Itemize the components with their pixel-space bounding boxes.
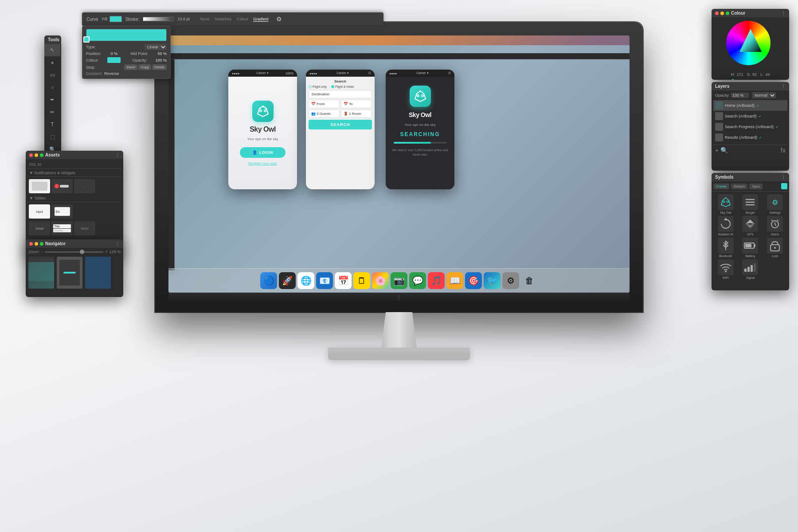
dock-appstore[interactable]: 🎯 xyxy=(465,272,482,289)
destination-field[interactable]: Destination xyxy=(309,90,372,98)
layers-add-btn[interactable]: + xyxy=(715,147,719,154)
maximize-dot[interactable] xyxy=(40,153,43,157)
dock-trash[interactable]: 🗑 xyxy=(521,272,538,289)
symbol-rotation[interactable]: Rotation M xyxy=(714,216,737,236)
symbol-lock[interactable]: Lock xyxy=(763,238,786,258)
symbol-bluetooth[interactable]: Bluetooth xyxy=(714,238,737,258)
layer-search-progress[interactable]: Search Progress (Artboard) ✓ xyxy=(713,121,787,132)
dock-system-prefs[interactable]: ⚙ xyxy=(502,272,519,289)
tool-pen[interactable]: ✒ xyxy=(44,94,60,106)
tool-select[interactable]: ↖ xyxy=(44,44,60,56)
layers-effects-btn[interactable]: fx xyxy=(781,147,786,154)
asset-table-2[interactable]: Ed xyxy=(51,204,73,219)
nav-thumb-1[interactable] xyxy=(28,257,54,289)
tool-rectangle[interactable]: ▭ xyxy=(44,69,60,81)
symbol-burger[interactable]: Burger xyxy=(739,194,762,214)
affinity-canvas[interactable]: ●●●● Carrier ▾ 100% xyxy=(168,45,630,293)
tool-ellipse[interactable]: ○ xyxy=(44,81,60,94)
tool-text[interactable]: T xyxy=(44,118,60,131)
nav-thumb-2[interactable] xyxy=(57,257,82,289)
rooms-field[interactable]: 🚪 1 Room xyxy=(341,110,372,118)
symbol-wifi[interactable]: WiFi xyxy=(714,259,737,279)
symbol-alarm[interactable]: Alarm xyxy=(763,216,786,236)
symbol-signal[interactable]: Signal xyxy=(739,259,762,279)
symbols-sync-btn[interactable]: Sync xyxy=(749,184,763,189)
layer-visible-progress[interactable]: ✓ xyxy=(775,125,778,129)
gradient-insert-btn[interactable]: Insert xyxy=(124,64,137,70)
asset-misc-2[interactable]: Title Subtitle xyxy=(51,221,73,235)
symbols-more-btn[interactable]: ⋮ xyxy=(781,175,786,180)
dock-finder[interactable]: 🔵 xyxy=(260,272,277,289)
symbol-settings[interactable]: ⚙ Settings xyxy=(763,194,786,214)
flight-only-option[interactable]: Flight only xyxy=(309,85,327,88)
asset-item-1[interactable] xyxy=(29,179,50,193)
tab-swatches[interactable]: Swatches xyxy=(212,16,234,22)
colour-wheel[interactable] xyxy=(726,21,771,65)
dock-messages[interactable]: 💬 xyxy=(409,272,426,289)
symbol-skyowl[interactable]: Sky Owl xyxy=(714,194,737,214)
dock-notes[interactable]: 🗒 xyxy=(353,272,370,289)
layer-search[interactable]: Search (Artboard) ✓ xyxy=(713,111,787,121)
colour-close-dot[interactable] xyxy=(715,12,719,15)
nav-thumb-3[interactable] xyxy=(85,257,111,289)
asset-item-3[interactable]: ... xyxy=(74,179,95,193)
zoom-plus-icon[interactable]: + xyxy=(105,250,107,254)
symbols-detach-btn[interactable]: Detach xyxy=(731,184,747,189)
gradient-type-select[interactable]: Linear xyxy=(145,44,167,50)
tool-crop[interactable]: ⬚ xyxy=(44,131,60,143)
asset-misc-3[interactable]: Witho xyxy=(74,221,95,235)
symbol-gps[interactable]: GPS xyxy=(739,216,762,236)
register-link[interactable]: Register new user xyxy=(248,161,277,165)
tab-colour[interactable]: Colour xyxy=(234,16,250,22)
tool-node[interactable]: ◈ xyxy=(44,56,60,69)
layer-visible-results[interactable]: ✓ xyxy=(759,136,762,140)
layer-visible-home[interactable]: ✓ xyxy=(756,104,759,108)
tool-pencil[interactable]: ✏ xyxy=(44,106,60,118)
symbols-create-btn[interactable]: Create xyxy=(713,184,729,189)
layer-results[interactable]: Results (Artboard) ✓ xyxy=(713,132,787,143)
layer-visible-search[interactable]: ✓ xyxy=(759,114,762,118)
from-field[interactable]: 📅 From xyxy=(309,100,340,108)
flight-hotel-radio[interactable] xyxy=(331,85,334,88)
guests-field[interactable]: 👥 3 Guests xyxy=(309,110,340,118)
minimize-dot[interactable] xyxy=(35,153,38,157)
close-dot[interactable] xyxy=(29,153,33,157)
gradient-stop[interactable] xyxy=(83,36,90,43)
asset-table-1[interactable]: Input xyxy=(29,204,50,219)
colour-maximize-dot[interactable] xyxy=(726,12,729,15)
navigator-more-btn[interactable]: ⋮ xyxy=(115,241,120,246)
tab-none[interactable]: None xyxy=(198,16,212,22)
zoom-slider[interactable] xyxy=(45,251,104,253)
gradient-copy-btn[interactable]: Copy xyxy=(138,64,151,70)
colour-minimize-dot[interactable] xyxy=(720,12,724,15)
assets-more-btn[interactable]: ⋮ xyxy=(115,153,120,157)
search-button[interactable]: SEARCH xyxy=(309,120,372,129)
dock-safari[interactable]: 🌐 xyxy=(297,272,314,289)
dock-calendar[interactable]: 📅 xyxy=(335,272,352,289)
dock-music[interactable]: 🎵 xyxy=(428,272,445,289)
asset-item-2[interactable] xyxy=(51,179,73,193)
asset-misc-1[interactable]: Detail xyxy=(29,221,50,235)
layers-more-btn[interactable]: ⋮ xyxy=(781,84,786,89)
tab-gradient[interactable]: Gradient xyxy=(251,16,271,22)
symbol-battery-label[interactable]: Battery xyxy=(745,254,755,258)
login-button[interactable]: 👤 LOGIN xyxy=(240,147,286,158)
gradient-delete-btn[interactable]: Delete xyxy=(152,64,167,70)
nav-maximize-dot[interactable] xyxy=(40,242,43,246)
fill-swatch[interactable] xyxy=(110,16,122,22)
symbol-battery[interactable]: Battery xyxy=(739,238,762,258)
layers-search-btn[interactable]: 🔍 xyxy=(720,147,728,154)
zoom-thumb[interactable] xyxy=(80,250,84,254)
gradient-bar[interactable] xyxy=(86,29,167,41)
dock-facetime[interactable]: 📷 xyxy=(391,272,407,289)
nav-close-dot[interactable] xyxy=(29,242,33,246)
to-field[interactable]: 📅 To xyxy=(341,100,372,108)
blend-mode-select[interactable]: Normal xyxy=(752,92,776,98)
opacity-input[interactable] xyxy=(731,93,749,98)
noise-thumb[interactable] xyxy=(731,79,735,80)
dock-photos[interactable]: 🌸 xyxy=(372,272,389,289)
layer-home[interactable]: Home (Artboard) ✓ xyxy=(713,100,787,111)
colour-wheel-container[interactable] xyxy=(726,21,775,70)
dock-mail[interactable]: 📧 xyxy=(316,272,333,289)
dock-launchpad[interactable]: 🚀 xyxy=(279,272,296,289)
